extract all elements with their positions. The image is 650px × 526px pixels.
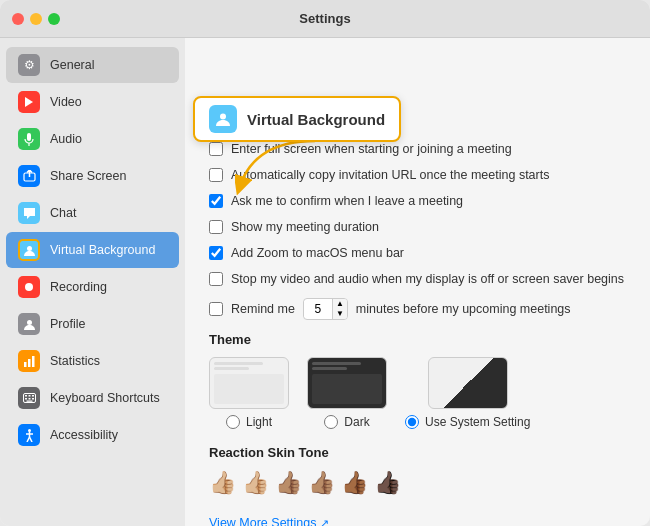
chat-icon: [18, 202, 40, 224]
svg-rect-14: [25, 398, 27, 400]
skin-tone-options: 👍🏼 👍🏼 👍🏽 👍🏽 👍🏾 👍🏿: [209, 470, 626, 496]
sidebar-item-statistics[interactable]: Statistics: [6, 343, 179, 379]
add-zoom-label: Add Zoom to macOS menu bar: [231, 246, 404, 260]
spinner-down-button[interactable]: ▼: [333, 309, 347, 319]
skin-tone-title: Reaction Skin Tone: [209, 445, 626, 460]
theme-radio-dark[interactable]: [324, 415, 338, 429]
confirm-leave-checkbox[interactable]: [209, 194, 223, 208]
svg-marker-0: [25, 97, 33, 107]
svg-rect-7: [24, 362, 27, 367]
copy-url-row: Automatically copy invitation URL once t…: [209, 168, 626, 182]
confirm-leave-row: Ask me to confirm when I leave a meeting: [209, 194, 626, 208]
svg-line-22: [29, 437, 32, 442]
theme-radio-system[interactable]: [405, 415, 419, 429]
sidebar-item-general[interactable]: ⚙ General: [6, 47, 179, 83]
sidebar-item-profile[interactable]: Profile: [6, 306, 179, 342]
confirm-leave-label: Ask me to confirm when I leave a meeting: [231, 194, 463, 208]
svg-point-5: [25, 283, 33, 291]
theme-preview-dark: [307, 357, 387, 409]
remind-me-checkbox[interactable]: [209, 302, 223, 316]
share-screen-icon: [18, 165, 40, 187]
svg-rect-9: [32, 356, 35, 367]
theme-text-dark: Dark: [344, 415, 369, 429]
skin-tone-6[interactable]: 👍🏿: [374, 470, 401, 496]
skin-tone-1[interactable]: 👍🏼: [209, 470, 236, 496]
skin-tone-3[interactable]: 👍🏽: [275, 470, 302, 496]
theme-label-system: Use System Setting: [405, 415, 530, 429]
add-zoom-row: Add Zoom to macOS menu bar: [209, 246, 626, 260]
sidebar-label-statistics: Statistics: [50, 354, 100, 368]
svg-point-18: [28, 429, 31, 432]
video-icon: [18, 91, 40, 113]
minimize-button[interactable]: [30, 13, 42, 25]
reminder-spinner[interactable]: ▲ ▼: [303, 298, 348, 320]
virtual-background-tooltip: Virtual Background: [193, 96, 401, 142]
enter-fullscreen-row: Enter full screen when starting or joini…: [209, 142, 626, 156]
sidebar-label-virtual-background: Virtual Background: [50, 243, 155, 257]
theme-preview-system: [428, 357, 508, 409]
sidebar-label-video: Video: [50, 95, 82, 109]
reminder-minutes-input[interactable]: [304, 301, 332, 317]
meeting-duration-label: Show my meeting duration: [231, 220, 379, 234]
keyboard-shortcuts-icon: [18, 387, 40, 409]
recording-icon: [18, 276, 40, 298]
add-zoom-checkbox[interactable]: [209, 246, 223, 260]
meeting-duration-checkbox[interactable]: [209, 220, 223, 234]
svg-point-6: [27, 320, 32, 325]
spinner-buttons: ▲ ▼: [332, 299, 347, 319]
theme-section-title: Theme: [209, 332, 626, 347]
sidebar-item-keyboard-shortcuts[interactable]: Keyboard Shortcuts: [6, 380, 179, 416]
sidebar-item-audio[interactable]: Audio: [6, 121, 179, 157]
traffic-lights: [12, 13, 60, 25]
sidebar-item-chat[interactable]: Chat: [6, 195, 179, 231]
svg-rect-16: [32, 398, 34, 400]
tooltip-text: Virtual Background: [247, 111, 385, 128]
sidebar-label-accessibility: Accessibility: [50, 428, 118, 442]
remind-me-label: Remind me: [231, 302, 295, 316]
stop-video-row: Stop my video and audio when my display …: [209, 272, 626, 286]
theme-text-light: Light: [246, 415, 272, 429]
svg-rect-1: [27, 133, 31, 141]
sidebar-item-virtual-background[interactable]: Virtual Background: [6, 232, 179, 268]
spinner-up-button[interactable]: ▲: [333, 299, 347, 309]
theme-option-light[interactable]: Light: [209, 357, 289, 429]
sidebar-item-recording[interactable]: Recording: [6, 269, 179, 305]
theme-option-system[interactable]: Use System Setting: [405, 357, 530, 429]
main-content: Virtual Background Use dual monitors ?: [185, 38, 650, 526]
maximize-button[interactable]: [48, 13, 60, 25]
sidebar-label-chat: Chat: [50, 206, 76, 220]
svg-rect-12: [28, 395, 30, 397]
statistics-icon: [18, 350, 40, 372]
theme-label-light: Light: [226, 415, 272, 429]
theme-options-row: Light Dark: [209, 357, 626, 429]
audio-icon: [18, 128, 40, 150]
svg-rect-15: [28, 398, 30, 400]
sidebar-item-video[interactable]: Video: [6, 84, 179, 120]
skin-tone-4[interactable]: 👍🏽: [308, 470, 335, 496]
sidebar-item-accessibility[interactable]: Accessibility: [6, 417, 179, 453]
content-area: ⚙ General Video Audio: [0, 38, 650, 526]
theme-radio-light[interactable]: [226, 415, 240, 429]
close-button[interactable]: [12, 13, 24, 25]
external-link-icon: ↗: [320, 517, 329, 527]
view-more-settings-link[interactable]: View More Settings ↗: [209, 516, 626, 526]
stop-video-label: Stop my video and audio when my display …: [231, 272, 624, 286]
copy-url-checkbox[interactable]: [209, 168, 223, 182]
copy-url-label: Automatically copy invitation URL once t…: [231, 168, 549, 182]
sidebar-label-recording: Recording: [50, 280, 107, 294]
settings-window: Settings ⚙ General Video Audio: [0, 0, 650, 526]
svg-rect-17: [26, 401, 32, 402]
sidebar-item-share-screen[interactable]: Share Screen: [6, 158, 179, 194]
enter-fullscreen-checkbox[interactable]: [209, 142, 223, 156]
virtual-background-icon: [18, 239, 40, 261]
svg-rect-11: [25, 395, 27, 397]
theme-label-dark: Dark: [324, 415, 369, 429]
stop-video-checkbox[interactable]: [209, 272, 223, 286]
theme-option-dark[interactable]: Dark: [307, 357, 387, 429]
tooltip-icon: [209, 105, 237, 133]
general-icon: ⚙: [18, 54, 40, 76]
skin-tone-5[interactable]: 👍🏾: [341, 470, 368, 496]
remind-me-row: Remind me ▲ ▼ minutes before my upcoming…: [209, 298, 626, 320]
skin-tone-2[interactable]: 👍🏼: [242, 470, 269, 496]
svg-rect-8: [28, 359, 31, 367]
